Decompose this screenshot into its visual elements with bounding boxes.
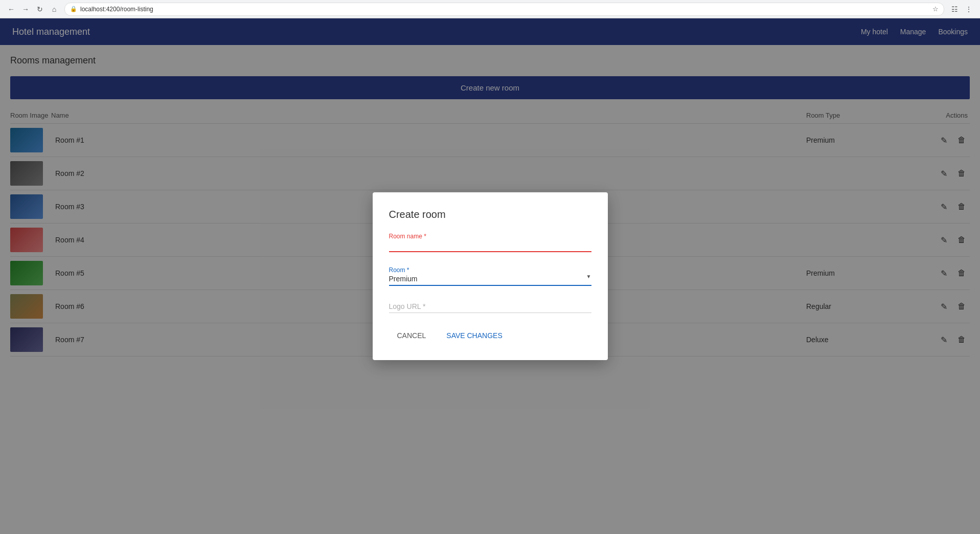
room-name-input[interactable] xyxy=(389,233,591,252)
menu-button[interactable]: ⋮ xyxy=(963,3,975,15)
room-type-field: Room * Premium Regular Deluxe ▼ xyxy=(389,266,591,286)
logo-url-label: Logo URL * xyxy=(389,302,426,310)
modal-overlay[interactable]: Create room Room name * Room * Premium R… xyxy=(0,18,980,534)
browser-nav: ← → ↻ ⌂ xyxy=(5,3,60,15)
logo-url-field: Logo URL * xyxy=(389,300,591,313)
address-text: localhost:4200/room-listing xyxy=(80,6,153,13)
browser-chrome: ← → ↻ ⌂ 🔒 localhost:4200/room-listing ☆ … xyxy=(0,0,980,18)
save-changes-button[interactable]: Save Changes xyxy=(438,327,510,344)
create-room-modal: Create room Room name * Room * Premium R… xyxy=(373,192,608,360)
lock-icon: 🔒 xyxy=(70,6,77,12)
room-name-field: Room name * xyxy=(389,233,591,252)
modal-actions: Cancel Save Changes xyxy=(389,327,591,344)
home-button[interactable]: ⌂ xyxy=(48,3,60,15)
room-type-select-wrapper: Premium Regular Deluxe ▼ xyxy=(389,266,591,286)
back-button[interactable]: ← xyxy=(5,3,17,15)
extensions-button[interactable]: ☷ xyxy=(948,3,961,15)
page-content: Rooms management Create new room Room Im… xyxy=(0,45,980,534)
cancel-button[interactable]: Cancel xyxy=(389,327,435,344)
reload-button[interactable]: ↻ xyxy=(34,3,46,15)
star-icon[interactable]: ☆ xyxy=(932,5,939,13)
forward-button[interactable]: → xyxy=(19,3,32,15)
modal-title: Create room xyxy=(389,209,591,220)
room-type-select[interactable]: Premium Regular Deluxe xyxy=(389,266,591,286)
browser-actions: ☷ ⋮ xyxy=(948,3,975,15)
